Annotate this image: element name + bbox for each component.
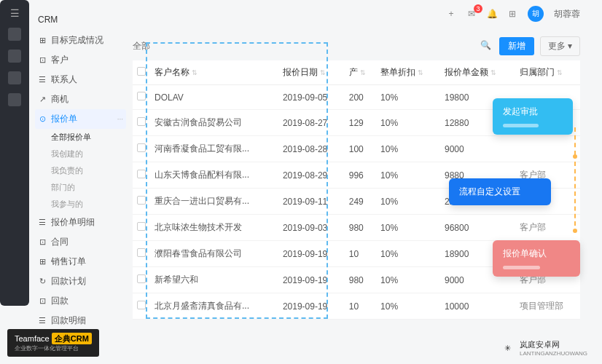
sort-icon[interactable]: ⇅ (320, 69, 326, 76)
sidebar-item[interactable]: ⊡回款 (35, 291, 126, 311)
sidebar-item[interactable]: ☰联系人 (35, 70, 126, 90)
checkbox[interactable] (137, 274, 146, 283)
cell-prod: 200 (345, 85, 376, 110)
nav-label: 报价单 (51, 113, 77, 125)
sidebar-item[interactable]: ☰回款明细 (35, 311, 126, 331)
column-header[interactable]: 整单折扣⇅ (376, 60, 440, 85)
sort-icon[interactable]: ⇅ (557, 69, 563, 76)
column-header[interactable]: 报价日期⇅ (278, 60, 345, 85)
sidebar-item[interactable]: ⊡客户 (35, 50, 126, 70)
sidebar-subitem[interactable]: 我参与的 (51, 196, 126, 213)
callout-approval: 发起审批 (493, 98, 573, 135)
cell-disc: 10% (376, 267, 440, 293)
sort-icon[interactable]: ⇅ (418, 69, 423, 76)
checkbox[interactable] (137, 170, 146, 178)
table-row[interactable]: 北京味浓生物技术开发2019-09-0398010%96800客户部 (133, 215, 580, 241)
nav-label: 回款计划 (51, 275, 86, 288)
sidebar-item[interactable]: ↻回款计划 (35, 272, 126, 291)
nav-label: 回款 (51, 295, 69, 307)
cell-date: 2019-09-03 (278, 215, 345, 241)
mail-icon[interactable]: ✉ (466, 9, 477, 19)
tab-all[interactable]: 全部 (133, 40, 150, 52)
cell-date: 2019-08-28 (278, 136, 345, 162)
cell-name: DOLAV (150, 85, 278, 110)
sidebar-item[interactable]: ⊞销售订单 (35, 252, 126, 272)
nav-icon: ⊞ (38, 36, 47, 45)
sort-icon[interactable]: ⇅ (192, 69, 198, 76)
plus-icon[interactable]: + (446, 9, 456, 19)
menu-icon[interactable]: ☰ (10, 7, 20, 19)
cell-prod: 249 (345, 189, 376, 215)
rail-item[interactable] (8, 93, 21, 106)
callout-label: 发起审批 (503, 106, 563, 118)
cell-prod: 10 (345, 293, 376, 320)
cell-disc: 10% (376, 85, 440, 110)
cell-prod: 980 (345, 215, 376, 241)
watermark-brand: Teamface 企典CRM 企业数字一体化管理平台 (7, 329, 99, 357)
logo-icon: ✳ (499, 339, 517, 357)
sort-icon[interactable]: ⇅ (490, 69, 496, 76)
rail-item[interactable] (8, 50, 21, 63)
more-icon[interactable]: ··· (117, 115, 123, 123)
checkbox[interactable] (137, 117, 146, 126)
cell-date: 2019-09-11 (278, 189, 345, 215)
sort-icon[interactable]: ⇅ (360, 69, 366, 76)
cell-name: 重庆合一进出口贸易有... (150, 189, 278, 215)
bell-icon[interactable]: 🔔 (487, 9, 497, 19)
nav-label: 商机 (51, 93, 69, 106)
flow-dot (571, 227, 579, 234)
cell-amount: 96800 (440, 215, 515, 241)
checkbox[interactable] (137, 301, 146, 309)
rail-item[interactable] (8, 28, 21, 41)
checkbox[interactable] (137, 143, 146, 152)
sidebar-subitem[interactable]: 部门的 (51, 179, 126, 196)
callout-workflow: 流程自定义设置 (449, 178, 551, 205)
cell-amount: 9000 (440, 136, 515, 162)
sidebar-item[interactable]: ⊡合同 (35, 232, 126, 252)
column-header[interactable] (133, 60, 150, 85)
column-header[interactable]: 归属部门⇅ (515, 60, 580, 85)
checkbox[interactable] (137, 222, 146, 231)
checkbox[interactable] (137, 92, 146, 100)
sidebar-item[interactable]: ☰报价单明细 (35, 213, 126, 232)
table-row[interactable]: 北京月盛斋清真食品有...2019-09-191010%10000项目管理部 (133, 293, 580, 320)
nav-icon: ☰ (38, 76, 47, 84)
sidebar-item[interactable]: ⊙报价单··· (35, 109, 126, 129)
nav-label: 目标完成情况 (51, 34, 103, 47)
cell-prod: 100 (345, 136, 376, 162)
checkbox[interactable] (137, 196, 146, 205)
cell-date: 2019-09-19 (278, 267, 345, 293)
cell-disc: 10% (376, 136, 440, 162)
cell-dept (515, 136, 580, 162)
avatar[interactable]: 胡 (528, 6, 544, 22)
sidebar-subitem[interactable]: 全部报价单 (51, 129, 126, 146)
app-rail: ☰ (0, 0, 29, 306)
sidebar-subitem[interactable]: 我负责的 (51, 162, 126, 179)
column-header[interactable]: 报价单金额⇅ (440, 60, 515, 85)
sidebar-subitem[interactable]: 我创建的 (51, 146, 126, 162)
cell-prod: 996 (345, 162, 376, 189)
nav-label: 销售订单 (51, 256, 86, 268)
nav-icon: ☰ (38, 317, 47, 325)
nav-label: 客户 (51, 54, 69, 66)
sidebar-item[interactable]: ⊞目标完成情况 (35, 31, 126, 50)
nav-icon: ☰ (38, 218, 47, 227)
sidebar-item[interactable]: ↗商机 (35, 90, 126, 109)
cell-disc: 10% (376, 189, 440, 215)
checkbox[interactable] (137, 248, 146, 257)
nav-label: 报价单明细 (51, 216, 95, 229)
toolbar: 全部 🔍 新增 更多 ▾ (133, 36, 580, 56)
search-icon[interactable]: 🔍 (480, 40, 493, 53)
cell-disc: 10% (376, 293, 440, 320)
nav-label: 合同 (51, 236, 69, 248)
checkbox[interactable] (137, 67, 146, 76)
column-header[interactable]: 产⇅ (345, 60, 376, 85)
grid-icon[interactable]: ⊞ (507, 9, 517, 19)
more-button[interactable]: 更多 ▾ (540, 36, 580, 56)
table-row[interactable]: 河南香凝食品工贸有限...2019-08-2810010%9000 (133, 136, 580, 162)
nav-icon: ⊞ (38, 258, 47, 266)
cell-prod: 980 (345, 267, 376, 293)
rail-item[interactable] (8, 71, 21, 84)
new-button[interactable]: 新增 (499, 37, 534, 55)
column-header[interactable]: 客户名称⇅ (150, 60, 278, 85)
